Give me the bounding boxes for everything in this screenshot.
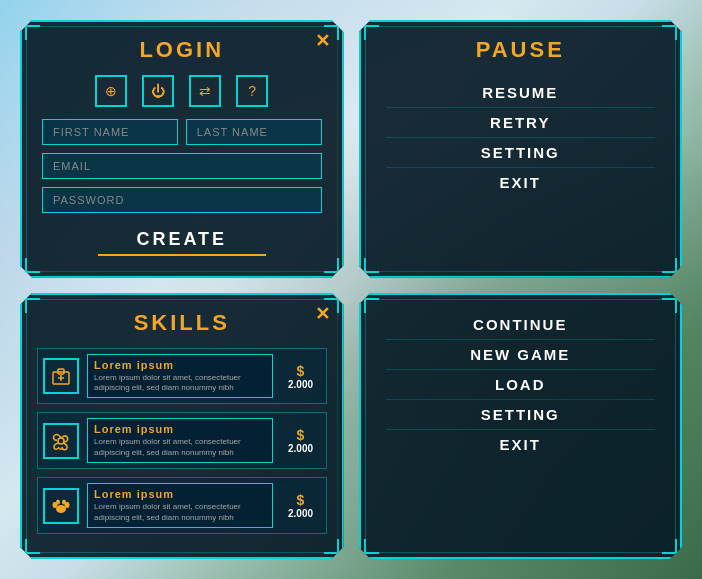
skill-item-2[interactable]: Lorem ipsum Lorem ipsum dolor sit amet, … (37, 412, 327, 469)
power-icon[interactable]: ⏻ (142, 75, 174, 107)
skill-3-name: Lorem ipsum (94, 488, 266, 500)
skill-1-cost: $ 2.000 (281, 363, 321, 390)
svg-point-10 (62, 499, 66, 504)
new-game-button[interactable]: NEW GAME (386, 340, 656, 370)
skills-close-button[interactable]: ✕ (315, 303, 330, 325)
resume-button[interactable]: RESUME (386, 78, 656, 108)
skill-item-3[interactable]: Lorem ipsum Lorem ipsum dolor sit amet, … (37, 477, 327, 534)
skill-2-cost-icon: $ (297, 427, 305, 443)
main-setting-button[interactable]: SETTING (386, 400, 656, 430)
skill-1-desc: Lorem ipsum dolor sit amet, consectetuer… (94, 373, 266, 394)
skill-2-cost: $ 2.000 (281, 427, 321, 454)
skill-item-1[interactable]: Lorem ipsum Lorem ipsum dolor sit amet, … (37, 348, 327, 405)
skills-title: SKILLS (37, 310, 327, 336)
skill-3-cost-icon: $ (297, 492, 305, 508)
skill-1-cost-value: 2.000 (288, 379, 313, 390)
password-row (42, 187, 322, 213)
paw-icon (43, 488, 79, 524)
email-row (42, 153, 322, 179)
login-close-button[interactable]: ✕ (315, 30, 330, 52)
medkit-icon (43, 358, 79, 394)
load-button[interactable]: LOAD (386, 370, 656, 400)
skill-2-content: Lorem ipsum Lorem ipsum dolor sit amet, … (87, 418, 273, 463)
login-title: LOGIN (42, 37, 322, 63)
pause-title: PAUSE (476, 37, 565, 63)
svg-point-9 (56, 499, 60, 504)
skill-1-cost-icon: $ (297, 363, 305, 379)
retry-button[interactable]: RETRY (386, 108, 656, 138)
continue-button[interactable]: CONTINUE (386, 310, 656, 340)
setting-button[interactable]: SETTING (386, 138, 656, 168)
skill-3-content: Lorem ipsum Lorem ipsum dolor sit amet, … (87, 483, 273, 528)
help-icon[interactable]: ? (236, 75, 268, 107)
main-menu-panel: CONTINUE NEW GAME LOAD SETTING EXIT (359, 293, 683, 559)
name-row (42, 119, 322, 145)
login-icon-row: ⊕ ⏻ ⇄ ? (42, 75, 322, 107)
main-exit-button[interactable]: EXIT (386, 430, 656, 459)
share-icon[interactable]: ⇄ (189, 75, 221, 107)
skill-3-cost-value: 2.000 (288, 508, 313, 519)
last-name-input[interactable] (186, 119, 322, 145)
password-input[interactable] (42, 187, 322, 213)
skill-1-name: Lorem ipsum (94, 359, 266, 371)
svg-point-4 (58, 438, 64, 444)
pause-panel: PAUSE RESUME RETRY SETTING EXIT (359, 20, 683, 278)
skill-1-content: Lorem ipsum Lorem ipsum dolor sit amet, … (87, 354, 273, 399)
login-panel: LOGIN ✕ ⊕ ⏻ ⇄ ? CREATE (20, 20, 344, 278)
biohazard-icon (43, 423, 79, 459)
first-name-input[interactable] (42, 119, 178, 145)
skill-2-name: Lorem ipsum (94, 423, 266, 435)
email-input[interactable] (42, 153, 322, 179)
skill-2-cost-value: 2.000 (288, 443, 313, 454)
globe-icon[interactable]: ⊕ (95, 75, 127, 107)
skill-2-desc: Lorem ipsum dolor sit amet, consectetuer… (94, 437, 266, 458)
skills-panel: SKILLS ✕ Lorem ipsum Lorem ipsum dolor s… (20, 293, 344, 559)
skill-3-desc: Lorem ipsum dolor sit amet, consectetuer… (94, 502, 266, 523)
skill-3-cost: $ 2.000 (281, 492, 321, 519)
create-button[interactable]: CREATE (42, 221, 322, 258)
exit-button[interactable]: EXIT (386, 168, 656, 197)
svg-point-6 (56, 505, 66, 513)
